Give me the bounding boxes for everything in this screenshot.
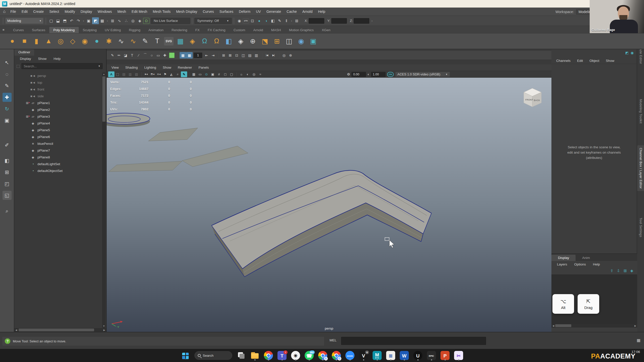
occlusion-button[interactable]: ◎ xyxy=(251,71,257,77)
outliner-item[interactable]: ■◄ top xyxy=(14,79,102,86)
motion-blur-button[interactable]: ≈ xyxy=(257,71,263,77)
epic-games-icon[interactable]: EPIC xyxy=(426,350,437,361)
camera-lock-button[interactable]: ⬒◄ xyxy=(149,71,156,77)
outliner-item[interactable]: ◈ pPlane6 xyxy=(14,133,102,140)
file-explorer-icon[interactable] xyxy=(249,350,260,361)
viewcube-left-label[interactable]: FRONT xyxy=(525,99,533,101)
grip-handle[interactable] xyxy=(233,18,235,24)
bp-next-frame-button[interactable]: ⇥ xyxy=(210,52,216,59)
scroll-right-icon[interactable]: ▶ xyxy=(102,329,106,331)
snap-projected-center-button[interactable]: ◎ xyxy=(130,17,136,24)
magnet-live-icon[interactable]: Ω xyxy=(211,36,222,47)
panel-menu-item[interactable]: Panels xyxy=(195,66,212,69)
command-language-label[interactable]: MEL xyxy=(330,338,337,342)
command-line-input[interactable] xyxy=(341,337,486,345)
bp-pencil-tool[interactable]: ✎ xyxy=(109,52,116,59)
outliner-menu-item[interactable]: Help xyxy=(51,57,64,61)
channel-box-menu-item[interactable]: Show xyxy=(602,59,618,63)
smooth-icon[interactable]: ◉ xyxy=(296,36,306,47)
exposure-field[interactable]: 0.00 xyxy=(351,72,366,77)
render-sequence-button[interactable]: ⊡ xyxy=(249,17,256,24)
group-collapse[interactable]: › xyxy=(106,17,109,24)
camera-settings-button[interactable]: ⊛◄ xyxy=(156,71,162,77)
bp-text-tool[interactable]: T xyxy=(129,52,135,59)
bp-color-swatch[interactable] xyxy=(169,53,175,58)
last-tool-used[interactable]: ✐ xyxy=(3,141,12,150)
outliner-item[interactable]: ◈ pPlane8 xyxy=(14,154,102,161)
safe-action-button[interactable]: ◻ xyxy=(222,71,228,77)
x-input[interactable] xyxy=(309,18,324,24)
bp-prev-frame-button[interactable]: ⇤ xyxy=(203,52,210,59)
clipchamp-icon[interactable]: ✂ xyxy=(453,350,464,361)
select-component-mode-button[interactable]: ▦ xyxy=(99,17,106,24)
menu-item[interactable]: Generate xyxy=(264,10,284,14)
scrollbar-thumb[interactable] xyxy=(102,76,105,122)
pencil-curve-icon[interactable]: ✎ xyxy=(140,36,150,47)
ep-curve-icon[interactable]: ∿ xyxy=(128,36,138,47)
panel-menu-item[interactable]: Show xyxy=(159,66,175,69)
toon-outline-button[interactable]: ● xyxy=(256,17,263,24)
grip-handle[interactable] xyxy=(45,18,47,24)
filter-icon[interactable]: ⬚ xyxy=(16,64,20,68)
powerpoint-icon[interactable]: P xyxy=(439,350,451,361)
bp-ellipse-tool[interactable]: ○ xyxy=(148,52,155,59)
color-management-toggle[interactable]: ON xyxy=(387,72,394,77)
shelf-tab[interactable]: UV Editing xyxy=(101,27,125,33)
outliner-item[interactable]: ■◄ front xyxy=(14,86,102,93)
poly-disc-icon[interactable]: ◉ xyxy=(79,36,90,47)
combine-icon[interactable]: ◈ xyxy=(235,36,246,47)
shelf-menu-icon[interactable]: ≡ xyxy=(3,28,5,32)
extrude-icon[interactable]: ⊞ xyxy=(272,36,282,47)
mirror-icon[interactable]: ◧ xyxy=(223,36,234,47)
outliner-item[interactable]: ■◄ side xyxy=(14,93,102,100)
viewport-disabled-button-2[interactable]: ▥ xyxy=(127,71,133,77)
scroll-right-icon[interactable]: ▶ xyxy=(633,325,637,327)
group-collapse[interactable]: › xyxy=(290,17,293,24)
viewport-disabled-button-3[interactable]: ▧ xyxy=(133,71,140,77)
zoom-icon[interactable]: zoom xyxy=(344,350,355,361)
outliner-menu-item[interactable]: Show xyxy=(35,57,50,61)
outliner-item[interactable]: ◈ pPlane4 xyxy=(14,120,102,127)
task-view-button[interactable] xyxy=(236,350,247,361)
view-cube[interactable]: FRONT BACK xyxy=(519,85,545,111)
disc-mesh[interactable] xyxy=(107,113,150,127)
target-weld-icon[interactable]: ◈ xyxy=(187,36,198,47)
outliner-menu-item[interactable]: Display xyxy=(17,57,34,61)
snap-grid-button[interactable]: ⊞ xyxy=(109,17,116,24)
menu-item[interactable]: Mesh xyxy=(115,10,129,14)
layer-move-down-button[interactable]: ⇩ xyxy=(617,268,620,273)
ipr-render-button[interactable]: IPR xyxy=(243,18,249,23)
layout-persp-outliner-button[interactable]: ◰ xyxy=(3,179,12,188)
contrast-field[interactable]: 1.00 xyxy=(371,72,386,77)
outliner-horizontal-scrollbar[interactable]: ◀ ▶ xyxy=(14,328,106,332)
paint-effects-button[interactable]: ✎ xyxy=(276,17,283,24)
bp-settings-button[interactable]: ⊛ xyxy=(287,52,294,59)
shelf-tab[interactable]: Curves xyxy=(9,27,28,33)
menu-item[interactable]: Surfaces xyxy=(217,10,236,14)
bookmark-button[interactable]: ⚑ xyxy=(162,71,168,77)
make-live-button[interactable]: Ω xyxy=(143,18,149,24)
start-button[interactable] xyxy=(180,350,191,361)
outliner-item[interactable]: ◈ pPlane5 xyxy=(14,127,102,133)
sidebar-vertical-tab[interactable]: Attribute Editor xyxy=(637,49,644,67)
shelf-tab[interactable]: Animation xyxy=(144,27,168,33)
bp-frame-display-button[interactable]: ▦ xyxy=(180,52,186,59)
outliner-item[interactable]: ⊞ ▱ pPlane3 xyxy=(14,113,102,120)
search-box[interactable]: Search xyxy=(193,350,233,361)
snap-point-button[interactable]: ∴ xyxy=(123,17,130,24)
shelf-tab[interactable]: XGen xyxy=(318,27,335,33)
layout-four-pane-button[interactable]: ⊞ xyxy=(3,168,12,177)
camera-attributes-button[interactable]: ■◄ xyxy=(143,71,149,77)
select-tool[interactable]: ↖ xyxy=(3,58,12,67)
poly-cone-icon[interactable]: ▲ xyxy=(43,36,54,47)
pause-viewport-button[interactable]: ‖ xyxy=(283,17,290,24)
shelf-tab[interactable]: Rendering xyxy=(168,27,191,33)
menu-set-dropdown[interactable]: Modeling ▼ xyxy=(5,18,44,24)
field-chart-button[interactable]: # xyxy=(216,71,222,77)
channel-pin-button[interactable]: ◉ xyxy=(631,51,634,55)
menu-item[interactable]: Curves xyxy=(200,10,217,14)
viewcube-right-label[interactable]: BACK xyxy=(534,99,540,102)
menu-item[interactable]: Arnold xyxy=(300,10,315,14)
poly-torus-icon[interactable]: ◎ xyxy=(55,36,66,47)
chrome-icon[interactable] xyxy=(263,350,274,361)
